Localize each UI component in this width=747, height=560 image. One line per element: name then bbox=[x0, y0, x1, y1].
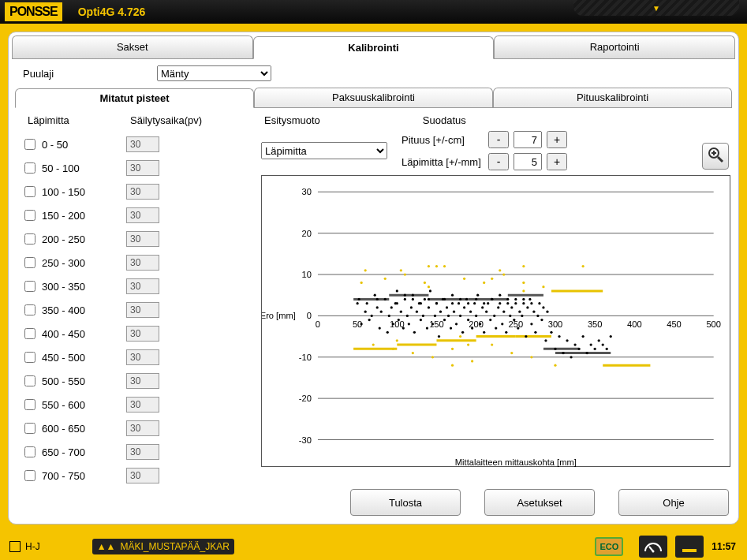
svg-point-143 bbox=[577, 348, 580, 350]
svg-point-178 bbox=[424, 282, 426, 284]
svg-point-200 bbox=[499, 269, 501, 271]
retention-input[interactable] bbox=[126, 136, 159, 152]
svg-point-196 bbox=[491, 278, 493, 280]
species-select[interactable]: Mänty bbox=[157, 65, 271, 81]
brand-logo: PONSSE bbox=[5, 2, 62, 21]
range-row: 700 - 750 bbox=[17, 464, 261, 487]
retention-input[interactable] bbox=[126, 349, 159, 365]
main-tab-0[interactable]: Sakset bbox=[12, 35, 253, 58]
svg-line-1 bbox=[718, 157, 723, 162]
range-checkbox[interactable] bbox=[24, 352, 35, 363]
range-checkbox[interactable] bbox=[24, 281, 35, 292]
svg-point-169 bbox=[514, 302, 517, 304]
retention-input[interactable] bbox=[126, 184, 159, 200]
presentation-select[interactable]: Läpimitta bbox=[261, 142, 387, 159]
svg-point-173 bbox=[372, 343, 375, 345]
svg-point-88 bbox=[453, 311, 455, 313]
svg-text:-30: -30 bbox=[299, 435, 312, 445]
svg-point-185 bbox=[491, 343, 493, 345]
range-checkbox[interactable] bbox=[24, 162, 35, 174]
help-button[interactable]: Ohje bbox=[618, 489, 729, 516]
range-checkbox[interactable] bbox=[24, 304, 35, 315]
retention-input[interactable] bbox=[126, 160, 159, 176]
retention-input[interactable] bbox=[126, 444, 159, 460]
diameter-value-input[interactable] bbox=[514, 153, 542, 170]
length-value-input[interactable] bbox=[514, 131, 542, 148]
svg-point-57 bbox=[392, 323, 394, 325]
range-checkbox[interactable] bbox=[24, 186, 35, 197]
range-checkbox[interactable] bbox=[24, 139, 35, 150]
svg-point-59 bbox=[396, 289, 398, 292]
retention-input[interactable] bbox=[126, 326, 159, 342]
svg-text:-10: -10 bbox=[299, 353, 312, 362]
gauge-icon[interactable] bbox=[639, 536, 667, 558]
main-tab-1[interactable]: Kalibrointi bbox=[253, 36, 495, 59]
diameter-minus-button[interactable]: - bbox=[488, 153, 509, 170]
range-row: 600 - 650 bbox=[17, 416, 261, 440]
sub-tab-0[interactable]: Mitatut pisteet bbox=[15, 88, 254, 108]
svg-point-156 bbox=[412, 298, 414, 301]
svg-point-51 bbox=[379, 327, 381, 329]
range-checkbox[interactable] bbox=[24, 399, 35, 410]
range-checkbox[interactable] bbox=[24, 470, 35, 481]
range-label: 450 - 500 bbox=[35, 352, 126, 364]
main-tab-2[interactable]: Raportointi bbox=[494, 35, 735, 58]
svg-point-154 bbox=[396, 302, 398, 304]
svg-point-157 bbox=[420, 302, 422, 304]
length-minus-button[interactable]: - bbox=[488, 131, 509, 148]
svg-point-176 bbox=[404, 273, 406, 275]
sub-tab-1[interactable]: Paksuuskalibrointi bbox=[254, 88, 493, 107]
retention-input[interactable] bbox=[126, 231, 159, 247]
range-checkbox[interactable] bbox=[24, 210, 35, 221]
sub-tab-2[interactable]: Pituuskalibrointi bbox=[493, 88, 732, 107]
range-checkbox[interactable] bbox=[24, 423, 35, 434]
svg-point-100 bbox=[476, 294, 479, 297]
range-checkbox[interactable] bbox=[24, 375, 35, 386]
svg-point-68 bbox=[413, 331, 416, 334]
svg-point-149 bbox=[602, 343, 604, 345]
range-checkbox[interactable] bbox=[24, 233, 35, 245]
print-button[interactable]: Tulosta bbox=[350, 489, 461, 516]
length-filter-label: Pituus [+/-cm] bbox=[402, 134, 488, 146]
minimize-icon[interactable] bbox=[675, 536, 704, 558]
svg-point-83 bbox=[443, 319, 446, 321]
svg-point-139 bbox=[562, 352, 564, 354]
svg-point-52 bbox=[380, 311, 383, 313]
range-row: 50 - 100 bbox=[17, 156, 261, 180]
retention-input[interactable] bbox=[126, 420, 159, 436]
eco-indicator: ECO bbox=[595, 537, 623, 556]
length-plus-button[interactable]: + bbox=[547, 131, 567, 148]
retention-input[interactable] bbox=[126, 397, 159, 413]
svg-point-62 bbox=[402, 327, 405, 329]
settings-button[interactable]: Asetukset bbox=[484, 489, 595, 516]
diameter-plus-button[interactable]: + bbox=[547, 153, 567, 170]
status-site[interactable]: ▲▲ MÄKI_MUSTAPÄÄ_JKAR bbox=[92, 539, 234, 554]
range-row: 550 - 600 bbox=[17, 393, 261, 416]
range-checkbox[interactable] bbox=[24, 257, 35, 268]
retention-input[interactable] bbox=[126, 373, 159, 389]
svg-point-65 bbox=[408, 323, 410, 325]
svg-point-56 bbox=[390, 306, 393, 308]
svg-point-55 bbox=[388, 315, 390, 317]
svg-point-44 bbox=[360, 323, 363, 325]
svg-point-54 bbox=[387, 331, 389, 334]
range-checkbox[interactable] bbox=[24, 328, 35, 339]
svg-point-78 bbox=[434, 315, 436, 317]
svg-point-131 bbox=[538, 302, 540, 304]
range-label: 350 - 400 bbox=[35, 304, 126, 316]
svg-point-186 bbox=[502, 273, 505, 275]
zoom-button[interactable] bbox=[702, 143, 729, 170]
titlebar-dropdown[interactable] bbox=[573, 0, 739, 16]
svg-point-97 bbox=[471, 327, 473, 329]
svg-point-161 bbox=[451, 302, 454, 304]
retention-input[interactable] bbox=[126, 302, 159, 318]
diameter-filter-label: Läpimitta [+/-mm] bbox=[402, 156, 488, 168]
retention-input[interactable] bbox=[126, 255, 159, 271]
retention-input[interactable] bbox=[126, 207, 159, 223]
range-checkbox[interactable] bbox=[24, 446, 35, 457]
retention-input[interactable] bbox=[126, 278, 159, 294]
range-row: 250 - 300 bbox=[17, 251, 261, 274]
retention-input[interactable] bbox=[126, 468, 159, 483]
main-tab-bar: SaksetKalibrointiRaportointi bbox=[12, 35, 735, 59]
svg-point-60 bbox=[398, 319, 400, 321]
